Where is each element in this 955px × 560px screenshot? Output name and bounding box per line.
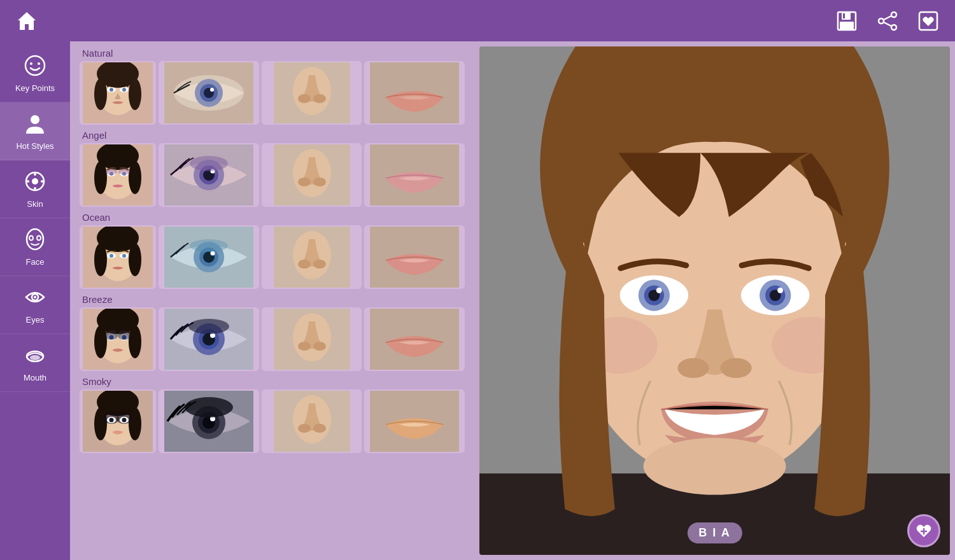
topbar [0,0,955,41]
favorites-button[interactable] [914,7,942,35]
svg-line-8 [884,16,891,20]
skin-icon [23,169,47,195]
style-thumb-breeze-eye[interactable] [159,307,259,371]
style-thumb-ocean-face[interactable] [80,225,156,289]
style-thumb-ocean-lips[interactable] [364,225,465,289]
style-row-angel: Angel [80,130,465,207]
svg-point-34 [110,88,113,92]
svg-point-115 [129,407,141,440]
style-thumb-natural-face[interactable] [80,61,156,125]
topbar-left [13,7,41,35]
style-thumb-angel-lips[interactable] [364,143,465,207]
svg-point-30 [94,78,107,110]
svg-point-114 [94,407,107,440]
topbar-right [833,7,942,35]
svg-point-105 [188,319,229,334]
main-content: Key Points Hot Styles [0,41,955,560]
style-thumb-smoky-face[interactable] [80,389,156,453]
style-thumb-ocean-nose[interactable] [262,225,362,289]
style-thumb-natural-eye[interactable] [159,61,259,125]
style-thumb-smoky-lips[interactable] [364,389,465,453]
home-button[interactable] [13,7,41,35]
heart-favorite-button[interactable] [907,514,940,547]
sidebar-item-face[interactable]: Face [0,218,70,276]
svg-line-7 [884,22,891,26]
sidebar-item-hot-styles[interactable]: Hot Styles [0,102,70,160]
sidebar-item-mouth-label: Mouth [24,373,46,382]
svg-point-10 [25,56,45,75]
style-thumb-breeze-face[interactable] [80,307,156,371]
svg-point-127 [185,397,233,417]
svg-point-72 [94,243,107,276]
style-label-angel: Angel [80,130,465,141]
style-row-ocean-images [80,225,465,289]
style-row-breeze: Breeze [80,294,465,371]
svg-point-12 [38,62,40,65]
style-label-natural: Natural [80,48,465,59]
style-thumb-angel-nose[interactable] [262,143,362,207]
svg-point-21 [29,236,33,241]
sidebar-item-mouth[interactable]: Mouth [0,334,70,392]
svg-point-73 [129,243,141,276]
svg-point-6 [891,25,896,30]
style-thumb-ocean-eye[interactable] [159,225,259,289]
svg-point-50 [94,161,107,194]
svg-rect-2 [840,22,854,29]
svg-point-143 [656,288,662,293]
svg-point-4 [891,12,896,17]
style-row-natural-images [80,61,465,125]
sidebar-item-key-points-label: Key Points [15,83,55,93]
style-row-ocean: Ocean [80,212,465,289]
svg-point-44 [298,94,311,103]
eyes-icon [23,285,47,311]
style-thumb-breeze-lips[interactable] [364,307,465,371]
style-thumb-smoky-eye[interactable] [159,389,259,453]
bia-badge: B I A [687,522,742,543]
sidebar: Key Points Hot Styles [0,41,70,560]
svg-point-92 [94,325,107,358]
sidebar-item-skin-label: Skin [27,199,43,209]
style-label-ocean: Ocean [80,212,465,223]
photo-panel: B I A [474,41,955,560]
svg-point-56 [106,169,117,175]
svg-point-150 [720,358,751,378]
svg-point-67 [313,178,326,186]
photo-container: B I A [479,46,950,555]
style-row-breeze-images [80,307,465,371]
svg-point-41 [210,88,214,92]
svg-point-130 [298,424,311,433]
svg-point-24 [34,296,36,298]
sidebar-item-hot-styles-label: Hot Styles [16,141,53,151]
style-row-smoky: Smoky [80,376,465,453]
sidebar-item-eyes[interactable]: Eyes [0,276,70,334]
svg-point-22 [37,236,41,241]
face-photo [479,46,950,555]
svg-point-109 [313,342,326,351]
svg-point-51 [129,161,141,194]
sidebar-item-face-label: Face [26,257,45,267]
style-thumb-breeze-nose[interactable] [262,307,362,371]
svg-point-99 [118,331,131,340]
svg-point-35 [122,88,126,92]
svg-point-11 [30,62,32,65]
style-thumb-smoky-nose[interactable] [262,389,362,453]
bia-text: B I A [698,526,730,540]
svg-point-45 [313,94,326,103]
style-row-natural: Natural [80,48,465,125]
style-row-angel-images [80,143,465,207]
svg-point-120 [110,418,114,423]
sidebar-item-key-points[interactable]: Key Points [0,45,70,102]
style-thumb-angel-eye[interactable] [159,143,259,207]
share-button[interactable] [874,7,902,35]
person-icon [23,111,47,137]
svg-point-86 [298,260,311,269]
svg-point-31 [129,78,141,110]
save-button[interactable] [833,7,861,35]
style-thumb-natural-nose[interactable] [262,61,362,125]
svg-rect-3 [843,13,845,18]
style-thumb-angel-face[interactable] [80,143,156,207]
sidebar-item-skin[interactable]: Skin [0,160,70,218]
style-thumb-natural-lips[interactable] [364,61,465,125]
svg-point-93 [129,325,141,358]
svg-point-15 [32,178,38,185]
